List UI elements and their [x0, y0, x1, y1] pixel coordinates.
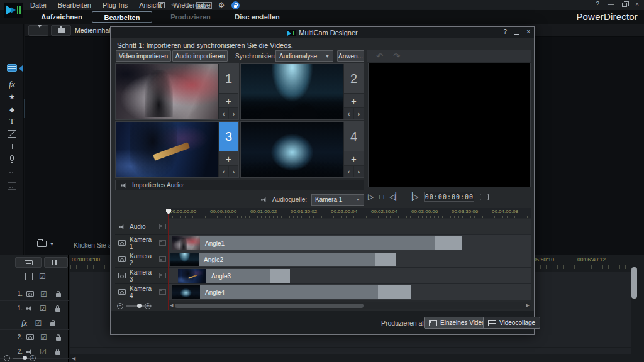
tab-disc-erstellen[interactable]: Disc erstellen: [230, 11, 284, 23]
track-enable-checkbox[interactable]: ☑: [40, 334, 47, 341]
previous-frame-button[interactable]: ◁▏: [389, 193, 401, 200]
sidebar-item-voiceover-room[interactable]: [6, 153, 18, 163]
fx-track-header[interactable]: fx ☑: [0, 316, 69, 330]
privacy-shield-icon[interactable]: [231, 1, 240, 9]
zoom-out-button[interactable]: −: [117, 303, 123, 309]
menu-datei[interactable]: Datei: [30, 1, 47, 9]
camera-slot-3[interactable]: 3 + ‹ ›: [115, 121, 239, 178]
scrollbar-thumb[interactable]: [175, 304, 364, 308]
app-minimize-button[interactable]: —: [608, 1, 614, 8]
audio-source-dropdown[interactable]: Kamera 1▼: [311, 194, 364, 206]
library-folder-filter[interactable]: ▼: [37, 241, 54, 247]
dialog-track-kamera-2[interactable]: Kamera 2: [115, 251, 169, 268]
sidebar-item-transition-room[interactable]: [6, 129, 18, 139]
track-enable-checkbox[interactable]: ☑: [35, 319, 42, 327]
prev-clip-button[interactable]: ‹: [344, 108, 354, 119]
scroll-left-icon[interactable]: ◀: [170, 303, 173, 308]
produce-video-collage-button[interactable]: Videocollage: [483, 317, 540, 329]
clip-angle2[interactable]: Angle2: [170, 253, 396, 266]
audio-import-button[interactable]: Audio importieren: [172, 50, 228, 62]
tab-aufzeichnen[interactable]: Aufzeichnen: [35, 11, 89, 23]
track-lock-icon[interactable]: [56, 337, 61, 341]
subtitle-track-button[interactable]: [15, 257, 42, 268]
add-clip-button[interactable]: +: [219, 151, 238, 165]
master-select-checkbox[interactable]: [25, 273, 33, 280]
library-tab-medieninhalt[interactable]: Medieninhalt: [75, 26, 113, 34]
next-clip-button[interactable]: ›: [229, 166, 238, 177]
apply-button[interactable]: Anwen...: [337, 50, 364, 62]
prev-clip-button[interactable]: ‹: [219, 108, 229, 119]
save-icon[interactable]: [158, 2, 165, 8]
sidebar-item-subtitle-room[interactable]: [6, 181, 18, 191]
clip-angle3[interactable]: Angle3: [178, 269, 290, 283]
video-track-1-header[interactable]: 1. ☑: [0, 287, 69, 301]
prev-clip-button[interactable]: ‹: [344, 166, 354, 177]
redo-icon[interactable]: ↷: [184, 2, 190, 8]
prev-clip-button[interactable]: ‹: [219, 166, 229, 177]
camera-3-thumbnail[interactable]: [116, 122, 218, 177]
zoom-slider-thumb[interactable]: [23, 356, 27, 360]
add-clip-button[interactable]: +: [344, 151, 364, 165]
timecode-display[interactable]: 00:00:00:00: [424, 192, 474, 202]
sidebar-item-media-room[interactable]: [6, 63, 18, 73]
app-help-button[interactable]: ?: [596, 1, 600, 8]
zoom-out-button[interactable]: −: [4, 355, 10, 361]
app-close-button[interactable]: ×: [635, 1, 639, 8]
video-track-2-header[interactable]: 2. ☑: [0, 331, 69, 344]
add-clip-button[interactable]: +: [344, 93, 364, 107]
produce-single-video-button[interactable]: Einzelnes Video: [424, 317, 491, 329]
kamera-3-lane[interactable]: Angle3: [169, 268, 531, 284]
dialog-close-button[interactable]: ×: [526, 28, 530, 35]
settings-gear-icon[interactable]: ⚙: [218, 1, 225, 9]
undo-icon[interactable]: ↶: [376, 52, 383, 60]
dialog-track-audio[interactable]: Audio: [115, 219, 169, 235]
camera-slot-4[interactable]: 4 + ‹ ›: [240, 121, 364, 178]
track-lock-icon[interactable]: [55, 308, 60, 312]
add-clip-button[interactable]: +: [219, 93, 238, 107]
aspect-ratio-dropdown[interactable]: 16:9▾: [196, 2, 212, 9]
dialog-title-bar[interactable]: MultiCam Designer ? ×: [111, 27, 534, 38]
film-icon[interactable]: [159, 256, 166, 262]
sidebar-item-particle-room[interactable]: ◆: [6, 104, 18, 114]
film-icon[interactable]: [159, 273, 166, 278]
zoom-in-button[interactable]: +: [145, 303, 151, 309]
sidebar-item-title-room[interactable]: T: [6, 116, 18, 126]
film-icon[interactable]: [159, 224, 166, 229]
sync-method-dropdown[interactable]: Audioanalyse▼: [275, 50, 333, 62]
dialog-horizontal-scrollbar[interactable]: ◀ ▶: [169, 302, 531, 309]
dialog-timeline-ruler[interactable]: 00:00:00:00 00:00:30:00 00:01:00:02 00:0…: [169, 208, 531, 218]
timeline-vertical-scrollbar[interactable]: [631, 267, 637, 299]
scroll-right-icon[interactable]: ▶: [526, 303, 530, 308]
clip-trim-handle[interactable]: [375, 253, 396, 266]
sidebar-item-mixing-room[interactable]: [6, 141, 18, 151]
camera-slot-2[interactable]: 2 + ‹ ›: [240, 63, 364, 120]
sidebar-item-effect-room[interactable]: fx: [6, 79, 18, 89]
dialog-track-kamera-4[interactable]: Kamera 4: [115, 284, 169, 300]
dialog-track-kamera-1[interactable]: Kamera 1: [115, 235, 169, 251]
film-icon[interactable]: [159, 240, 166, 246]
marker-track-button[interactable]: [44, 257, 68, 268]
track-enable-checkbox[interactable]: ☑: [40, 290, 47, 298]
scroll-left-arrow-icon[interactable]: ◀: [72, 356, 75, 361]
zoom-slider-thumb[interactable]: [137, 304, 142, 308]
audio-track-lane[interactable]: [169, 219, 531, 235]
dialog-maximize-button[interactable]: [514, 30, 519, 35]
tab-produzieren[interactable]: Produzieren: [167, 11, 214, 23]
track-lock-icon[interactable]: [50, 322, 55, 326]
clip-angle4[interactable]: Angle4: [172, 285, 411, 299]
menu-plugins[interactable]: Plug-Ins: [103, 1, 128, 9]
kamera-1-lane[interactable]: Angle1: [169, 235, 531, 251]
track-enable-checkbox[interactable]: ☑: [40, 305, 47, 312]
camera-2-thumbnail[interactable]: [241, 64, 343, 119]
clip-trim-handle[interactable]: [435, 236, 462, 250]
track-lock-icon[interactable]: [56, 293, 61, 297]
next-clip-button[interactable]: ›: [229, 108, 238, 119]
zoom-in-button[interactable]: +: [30, 355, 36, 361]
next-clip-button[interactable]: ›: [354, 166, 364, 177]
imported-audio-field[interactable]: Importiertes Audio:: [115, 180, 364, 190]
sidebar-item-chapter-room[interactable]: [6, 167, 18, 177]
app-restore-button[interactable]: [622, 3, 627, 7]
tab-bearbeiten[interactable]: Bearbeiten: [92, 11, 152, 23]
stop-button[interactable]: □: [379, 193, 384, 200]
camera-4-thumbnail[interactable]: [241, 122, 343, 177]
